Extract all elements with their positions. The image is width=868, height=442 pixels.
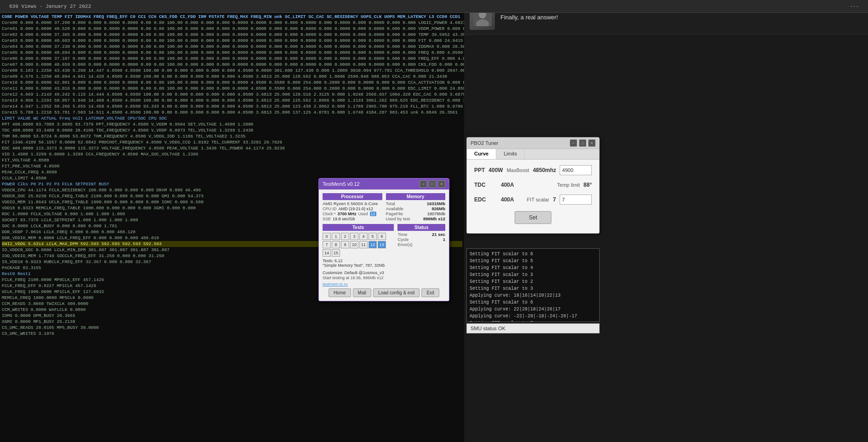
mail-button[interactable]: Mail: [353, 288, 371, 297]
testmem-buttons: Home Mail Load config & exit Exit: [323, 288, 445, 297]
fit-group: FIT scalar 7: [527, 195, 592, 205]
pbo-maximize-button[interactable]: □: [579, 139, 586, 147]
pbo-titlebar: PBO2 Tuner − □ ×: [467, 138, 599, 149]
test-cell-3[interactable]: 3: [350, 233, 358, 240]
site-link[interactable]: testmem.tz.ru: [323, 282, 445, 287]
memory-header: Memory: [386, 193, 446, 200]
test-cell-0[interactable]: 0: [323, 233, 331, 240]
load-config-button[interactable]: Load config & exit: [373, 288, 420, 297]
cycle-label: Cycle: [397, 237, 408, 242]
ppt-label: PPT: [474, 167, 485, 173]
edc-value: 400A: [501, 196, 514, 203]
tests-section: Tests 0123456789101112131415 Tests: 6,12…: [323, 224, 394, 268]
testmem-body: Processor AMD Ryzen 5 5600X 6-Core CPU I…: [319, 189, 449, 301]
log-line: Setting FIT scalar to 7: [470, 320, 596, 322]
pbo-window-controls: − □ ×: [570, 139, 596, 147]
maximize-button[interactable]: □: [429, 180, 436, 188]
test-cell-4[interactable]: 4: [359, 233, 368, 240]
test-cell-11[interactable]: 11: [359, 241, 368, 248]
used-label: Used: [358, 212, 368, 216]
log-line: Setting FIT scalar to 5: [470, 258, 596, 264]
tdc-label: TDC: [474, 182, 497, 188]
top-bar-text: 639 Views · January 27 2022: [9, 4, 91, 9]
test-cell-6[interactable]: 6: [378, 233, 386, 240]
total-label: Total: [386, 201, 395, 206]
set-button[interactable]: Set: [515, 211, 551, 224]
used-by-test-label: Used by test: [386, 216, 410, 221]
tests-info: Tests: 6,12: [323, 258, 394, 263]
tests-grid: 0123456789101112131415: [323, 233, 394, 257]
smu-status: SMU status OK: [466, 323, 600, 333]
forum-title: Finally, a real answer!: [500, 14, 558, 21]
available-value: 926Mb: [431, 206, 445, 211]
test-cell-15[interactable]: 15: [332, 249, 340, 257]
edc-label: EDC: [474, 196, 497, 203]
test-cell-5[interactable]: 5: [369, 233, 377, 240]
testmem-controls: − □ ×: [420, 180, 445, 188]
tdc-value: 400A: [501, 182, 514, 188]
cpu-name: AMD Ryzen 5 5600X 6-Core: [323, 201, 382, 206]
test-cell-10[interactable]: 10: [350, 241, 358, 248]
tdc-row: TDC 400A Temp limit 88°: [474, 182, 592, 188]
log-line: Setting FIT scalar to 6: [470, 251, 596, 258]
test-cell-13[interactable]: 13: [378, 241, 386, 248]
time-value: 21 sec: [432, 232, 445, 237]
smu-status-text: SMU status OK: [471, 326, 505, 331]
processor-section: Processor AMD Ryzen 5 5600X 6-Core CPU I…: [323, 193, 382, 221]
cycle-value: 1: [443, 237, 445, 242]
pbo-close-button[interactable]: ×: [588, 139, 596, 147]
edc-row: EDC 400A FIT scalar 7: [474, 195, 592, 205]
errors-label: Error(s): [397, 242, 445, 247]
log-line: Applying curve: 18|16|14|20|22|13: [470, 292, 596, 299]
sse-label: SSE: [323, 217, 331, 221]
status-header: Status: [397, 224, 445, 231]
processor-header: Processor: [323, 193, 382, 200]
test-cell-2[interactable]: 2: [341, 233, 349, 240]
pbo-minimize-button[interactable]: −: [570, 139, 577, 147]
pagefile-label: PageFile: [386, 211, 403, 216]
pbo-body: PPT 400W MaxBoost 4850mhz TDC 400A Temp …: [467, 160, 599, 233]
close-button[interactable]: ×: [438, 180, 445, 188]
pagefile-value: 18078Mb: [427, 211, 445, 216]
exit-button[interactable]: Exit: [421, 288, 439, 297]
right-panel: [464, 34, 868, 442]
templimit-value: 88°: [584, 182, 592, 188]
pbo-window: PBO2 Tuner − □ × Curve Limits PPT 400W M…: [466, 137, 600, 234]
status-section: Status Time 21 sec Cycle 1 Error(s): [397, 224, 445, 268]
test-cell-1[interactable]: 1: [332, 233, 340, 240]
maxboost-input[interactable]: [560, 165, 592, 175]
test-cell-9[interactable]: 9: [341, 241, 349, 248]
test-cell-12[interactable]: 12: [369, 241, 377, 248]
fit-input[interactable]: [560, 195, 592, 205]
test-cell-7[interactable]: 7: [323, 241, 331, 248]
fit-label: FIT scalar: [527, 197, 550, 202]
used-value: 12: [370, 212, 376, 216]
available-label: Available: [386, 206, 403, 211]
log-line: Setting FIT scalar to 3: [470, 271, 596, 278]
tab-curve[interactable]: Curve: [467, 149, 496, 159]
test-cell-8[interactable]: 8: [332, 241, 340, 248]
cpu-id-label: CPU ID: [323, 207, 337, 211]
used-by-test-value: 896Mb x12: [423, 216, 445, 221]
top-bar-dots: ···: [850, 4, 859, 9]
tab-limits[interactable]: Limits: [496, 149, 525, 159]
home-button[interactable]: Home: [329, 288, 351, 297]
pbo-title: PBO2 Tuner: [471, 140, 499, 146]
minimize-button[interactable]: −: [420, 180, 427, 188]
testmem-title: TestMem5 v0.12: [323, 181, 360, 187]
maxboost-group: MaxBoost 4850mhz: [507, 165, 592, 175]
test-name: "Simple Memory Test", 787, 32Mb: [323, 263, 394, 268]
testmem-window: TestMem5 v0.12 − □ × Processor AMD Ryzen…: [318, 178, 449, 301]
clock-value: 3700 MHz: [338, 212, 357, 216]
log-line: Setting FIT scalar to 6: [470, 299, 596, 306]
testmem-titlebar: TestMem5 v0.12 − □ ×: [319, 178, 449, 189]
fit-value: 7: [553, 196, 556, 203]
clock-label: Clock *: [323, 212, 336, 216]
time-label: Time: [397, 232, 407, 237]
customize-text: Customize: Default @1usmus_v3: [323, 270, 445, 275]
log-line: Applying curve: 22|20|18|24|26|17: [470, 306, 596, 313]
log-line: Applying curve: -22|-20|-18|-24|-26|-17: [470, 313, 596, 320]
memory-section: Memory Total 16315Mb Available 926Mb Pag…: [386, 193, 446, 221]
test-cell-14[interactable]: 14: [323, 249, 331, 257]
top-bar: 639 Views · January 27 2022 ···: [0, 0, 868, 13]
